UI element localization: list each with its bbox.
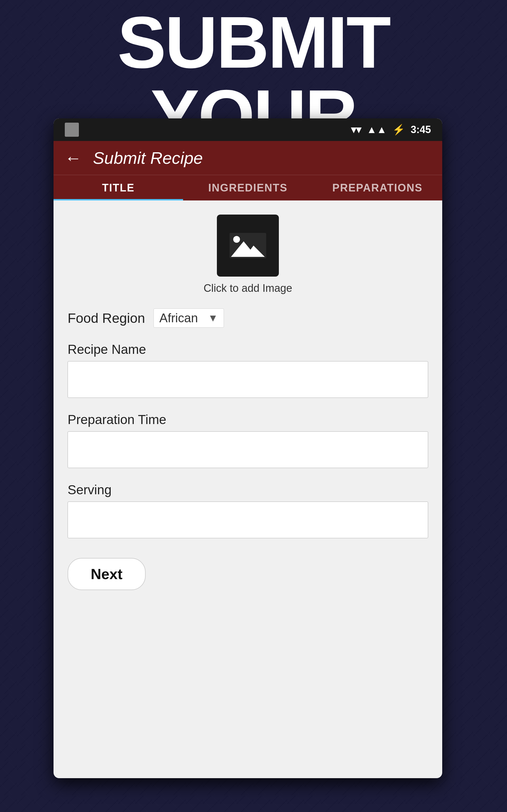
- signal-icon: ▲▲: [367, 124, 387, 136]
- tab-title[interactable]: TITLE: [54, 175, 183, 200]
- tab-preparations[interactable]: PREPARATIONS: [313, 175, 442, 200]
- serving-input[interactable]: [68, 502, 428, 538]
- back-arrow-icon: ←: [65, 148, 82, 168]
- status-left: [65, 123, 79, 137]
- big-title-line1: SUBMIT: [0, 6, 507, 79]
- tab-ingredients[interactable]: INGREDIENTS: [183, 175, 313, 200]
- status-right: ▾▾ ▲▲ ⚡ 3:45: [351, 124, 431, 136]
- app-bar-title: Submit Recipe: [93, 148, 203, 168]
- recipe-name-group: Recipe Name: [68, 342, 428, 398]
- food-region-row: Food Region African ▼: [68, 308, 428, 327]
- preparation-time-label: Preparation Time: [68, 412, 428, 427]
- preparation-time-group: Preparation Time: [68, 412, 428, 468]
- battery-icon: ⚡: [392, 124, 405, 136]
- image-upload-button[interactable]: [217, 214, 279, 276]
- serving-group: Serving: [68, 482, 428, 538]
- dropdown-arrow-icon: ▼: [208, 312, 218, 324]
- tabs-bar: TITLE INGREDIENTS PREPARATIONS: [54, 175, 442, 200]
- image-upload-section: Click to add Image: [68, 214, 428, 294]
- food-region-label: Food Region: [68, 310, 145, 326]
- preparation-time-input[interactable]: [68, 432, 428, 468]
- recipe-name-label: Recipe Name: [68, 342, 428, 357]
- food-region-value: African: [159, 311, 205, 325]
- serving-label: Serving: [68, 482, 428, 497]
- recipe-name-input[interactable]: [68, 361, 428, 398]
- svg-point-2: [233, 236, 240, 243]
- app-bar: ← Submit Recipe: [54, 141, 442, 175]
- content-area: Click to add Image Food Region African ▼…: [54, 200, 442, 604]
- clock: 3:45: [411, 124, 431, 136]
- status-bar: ▾▾ ▲▲ ⚡ 3:45: [54, 118, 442, 141]
- back-button[interactable]: ←: [65, 148, 82, 168]
- wifi-icon: ▾▾: [351, 124, 361, 136]
- app-icon: [65, 123, 79, 137]
- food-region-dropdown[interactable]: African ▼: [154, 308, 224, 327]
- image-placeholder-icon: [228, 232, 268, 260]
- image-upload-label: Click to add Image: [204, 282, 292, 294]
- next-button[interactable]: Next: [68, 558, 146, 590]
- phone-screen: ▾▾ ▲▲ ⚡ 3:45 ← Submit Recipe TITLE INGRE…: [54, 118, 442, 778]
